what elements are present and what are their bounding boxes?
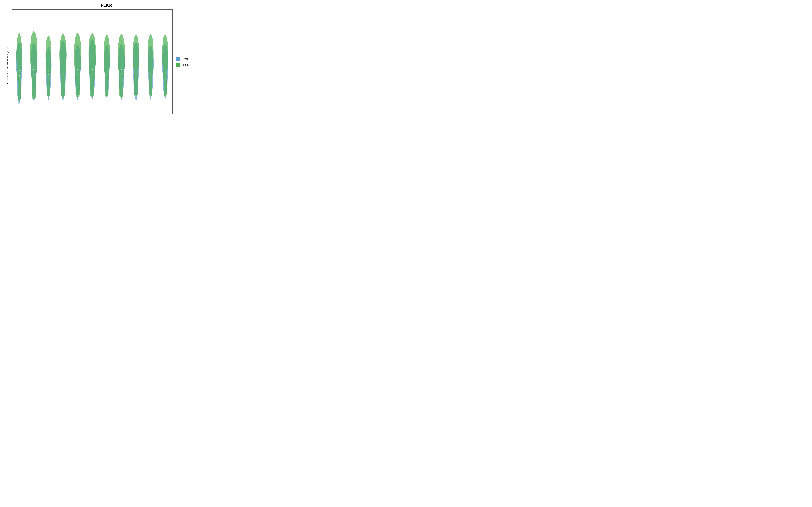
svg-rect-42: [121, 69, 122, 70]
svg-rect-32: [92, 72, 93, 72]
violin-prad: [133, 35, 139, 102]
svg-rect-50: [136, 75, 137, 75]
svg-rect-74: [18, 103, 19, 104]
svg-rect-87: [34, 96, 34, 97]
legend-swatch-normal: [176, 63, 180, 67]
violin-ucec: [162, 35, 168, 100]
chart-body: mRNA Expression (RNASeq V2, log2) 6 8 10…: [3, 9, 200, 121]
svg-rect-78: [33, 62, 34, 62]
violin-brca: [30, 32, 37, 101]
svg-rect-76: [18, 111, 19, 111]
svg-rect-67: [18, 80, 19, 81]
svg-rect-59: [165, 70, 166, 70]
svg-rect-65: [18, 69, 19, 69]
svg-rect-69: [18, 87, 19, 88]
svg-rect-20: [63, 69, 64, 69]
svg-rect-61: [165, 75, 166, 75]
svg-rect-79: [34, 65, 34, 66]
svg-rect-62: [19, 58, 19, 59]
svg-rect-22: [63, 74, 64, 74]
svg-rect-89: [33, 102, 34, 103]
svg-rect-55: [150, 75, 151, 75]
svg-rect-91: [33, 109, 34, 109]
svg-rect-85: [34, 90, 34, 90]
violin-kich: [74, 33, 81, 100]
svg-rect-26: [77, 72, 78, 72]
svg-rect-73: [18, 100, 19, 100]
svg-rect-84: [33, 87, 34, 87]
svg-rect-33: [92, 74, 93, 75]
svg-rect-70: [19, 91, 19, 91]
svg-rect-38: [106, 75, 107, 75]
legend-label-normal: Normal: [181, 63, 189, 66]
violin-svg: [12, 10, 172, 114]
svg-rect-9: [34, 69, 34, 70]
svg-rect-68: [19, 84, 19, 84]
legend-item-normal: Normal: [176, 63, 200, 67]
svg-rect-3: [19, 70, 20, 71]
svg-rect-25: [77, 69, 78, 70]
svg-rect-53: [150, 70, 151, 70]
legend-label-tumor: Tumor: [181, 58, 188, 60]
legend-swatch-tumor: [176, 57, 180, 61]
violin-kirc: [89, 33, 96, 100]
svg-rect-83: [34, 83, 34, 83]
plot-area-wrapper: 6 8 10 12 14: [12, 9, 172, 121]
svg-rect-5: [19, 75, 20, 76]
svg-rect-27: [77, 74, 78, 75]
svg-rect-37: [106, 72, 107, 73]
svg-rect-48: [136, 70, 137, 70]
svg-rect-31: [92, 69, 93, 70]
violin-coad: [46, 36, 51, 100]
svg-rect-75: [19, 106, 19, 106]
svg-rect-72: [19, 97, 19, 98]
svg-rect-82: [33, 79, 34, 80]
violin-hnsc: [59, 34, 67, 101]
svg-rect-14: [48, 72, 49, 72]
violin-luad: [104, 35, 110, 100]
svg-rect-81: [34, 72, 34, 72]
svg-rect-90: [34, 106, 34, 106]
svg-rect-77: [34, 58, 34, 59]
svg-rect-16: [48, 77, 49, 77]
svg-rect-49: [136, 72, 137, 73]
violin-thca: [148, 35, 154, 100]
svg-rect-66: [19, 72, 19, 72]
svg-rect-15: [48, 74, 49, 74]
svg-rect-63: [18, 62, 19, 62]
svg-rect-60: [165, 72, 166, 73]
svg-rect-11: [34, 74, 34, 75]
svg-rect-54: [150, 72, 151, 73]
chart-container: KLF10 mRNA Expression (RNASeq V2, log2) …: [0, 0, 203, 127]
legend-item-tumor: Tumor: [176, 57, 200, 61]
violin-blca: [16, 33, 22, 104]
y-axis-label: mRNA Expression (RNASeq V2, log2): [3, 9, 12, 121]
svg-rect-21: [63, 72, 64, 72]
legend: Tumor Normal: [172, 9, 200, 121]
plot-area: 6 8 10 12 14: [12, 9, 172, 114]
svg-rect-71: [18, 94, 19, 94]
svg-rect-80: [33, 69, 34, 69]
violin-lusc: [118, 34, 125, 100]
svg-rect-86: [33, 93, 34, 94]
svg-rect-44: [121, 74, 122, 75]
chart-and-legend: 6 8 10 12 14: [12, 9, 200, 121]
svg-rect-64: [19, 65, 19, 66]
svg-rect-36: [106, 70, 107, 70]
chart-title: KLF10: [13, 3, 200, 8]
svg-rect-43: [121, 72, 122, 72]
svg-rect-88: [33, 100, 34, 100]
svg-rect-4: [19, 73, 20, 73]
